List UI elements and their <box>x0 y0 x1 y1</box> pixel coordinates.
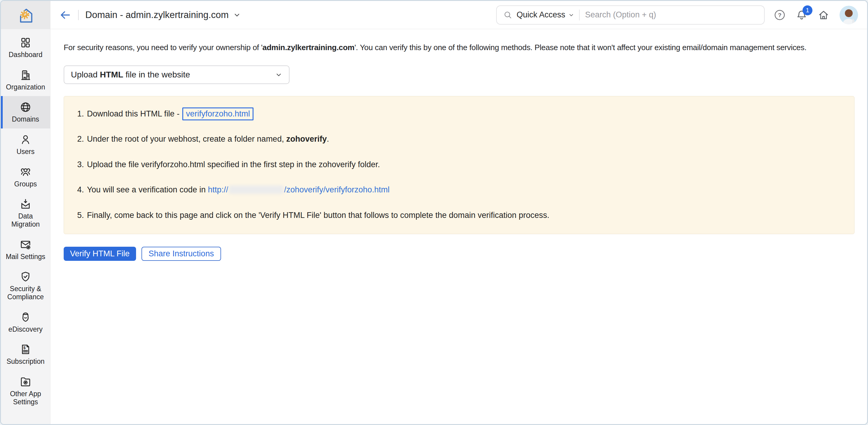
user-icon <box>20 134 32 145</box>
sidebar: Dashboard Organization Domains <box>1 1 51 424</box>
app-window: Dashboard Organization Domains <box>0 0 868 425</box>
domain-switcher-dropdown[interactable] <box>233 11 241 19</box>
mail-settings-icon <box>20 239 32 251</box>
sidebar-item-security-compliance[interactable]: Security & Compliance <box>1 266 50 306</box>
domain-name: admin.zylkertraining.com <box>262 43 354 52</box>
sidebar-item-label: Domains <box>12 115 39 123</box>
sidebar-item-label: Dashboard <box>9 51 43 59</box>
sidebar-item-ediscovery[interactable]: eDiscovery <box>1 306 50 338</box>
share-instructions-button[interactable]: Share Instructions <box>142 247 221 261</box>
step-1: 1.Download this HTML file - verifyforzoh… <box>77 109 841 119</box>
sidebar-item-data-migration[interactable]: Data Migration <box>1 193 50 233</box>
sidebar-item-domains[interactable]: Domains <box>1 96 50 128</box>
subscription-icon: $ <box>20 344 32 355</box>
sidebar-item-label: Data Migration <box>3 212 48 228</box>
sidebar-item-users[interactable]: Users <box>1 128 50 161</box>
sidebar-item-subscription[interactable]: $ Subscription <box>1 338 50 371</box>
action-buttons: Verify HTML File Share Instructions <box>64 247 855 261</box>
instructions-panel: 1.Download this HTML file - verifyforzoh… <box>64 96 855 234</box>
help-icon: ? <box>774 9 786 21</box>
organization-icon <box>20 69 32 81</box>
verifyforzoho-download-link[interactable]: verifyforzoho.html <box>182 107 253 120</box>
topbar-divider <box>78 10 79 20</box>
sidebar-item-other-app-settings[interactable]: Other App Settings <box>1 371 50 411</box>
sidebar-item-label: Security & Compliance <box>3 285 48 301</box>
sidebar-item-mail-settings[interactable]: Mail Settings <box>1 233 50 266</box>
home-icon <box>817 9 830 21</box>
topbar-icons: ? 1 <box>774 6 858 24</box>
sidebar-item-organization[interactable]: Organization <box>1 64 50 96</box>
sidebar-item-label: Users <box>17 148 35 156</box>
sidebar-item-label: Groups <box>14 180 37 188</box>
svg-text:?: ? <box>778 12 781 18</box>
sidebar-item-label: Other App Settings <box>3 390 48 406</box>
sidebar-item-label: Subscription <box>7 357 45 366</box>
verification-method-dropdown[interactable]: Upload HTML file in the website <box>64 65 289 84</box>
search-bar: Quick Access <box>496 5 765 25</box>
sidebar-item-label: Organization <box>6 83 45 91</box>
admin-console-logo[interactable] <box>1 1 50 29</box>
verify-html-file-button[interactable]: Verify HTML File <box>64 247 136 261</box>
search-divider <box>579 10 580 21</box>
back-button[interactable] <box>59 9 71 21</box>
page-title: Domain - admin.zylkertraining.com <box>85 10 228 21</box>
redacted-url-segment <box>229 186 283 194</box>
sidebar-nav: Dashboard Organization Domains <box>1 29 50 424</box>
ediscovery-icon <box>20 311 32 323</box>
domain-verification-content: For security reasons, you need to verify… <box>51 29 867 424</box>
sidebar-item-dashboard[interactable]: Dashboard <box>1 32 50 64</box>
groups-icon <box>20 166 32 178</box>
dashboard-icon <box>20 37 32 48</box>
back-arrow-icon <box>59 9 71 21</box>
data-migration-icon <box>20 198 32 210</box>
sidebar-item-label: Mail Settings <box>6 253 45 261</box>
help-button[interactable]: ? <box>774 9 786 21</box>
chevron-down-icon <box>275 71 282 78</box>
sidebar-item-label: eDiscovery <box>8 325 43 333</box>
step-2: 2.Under the root of your webhost, create… <box>77 134 841 144</box>
home-gear-logo-icon <box>16 6 35 24</box>
notifications-button[interactable]: 1 <box>796 9 808 21</box>
quick-access-selector[interactable]: Quick Access <box>517 10 574 20</box>
step-3: 3.Upload the file verifyforzoho.html spe… <box>77 160 841 169</box>
chevron-down-icon <box>233 11 241 19</box>
home-button[interactable] <box>817 9 830 21</box>
notification-badge: 1 <box>803 5 812 15</box>
step-5: 5.Finally, come back to this page and cl… <box>77 210 841 220</box>
chevron-down-icon <box>568 12 574 18</box>
intro-text: For security reasons, you need to verify… <box>64 43 855 52</box>
topbar: Domain - admin.zylkertraining.com Quick … <box>51 1 867 29</box>
svg-text:$: $ <box>24 346 26 350</box>
search-icon <box>503 10 513 20</box>
main-area: Domain - admin.zylkertraining.com Quick … <box>51 1 867 424</box>
shield-check-icon <box>20 271 32 283</box>
avatar[interactable] <box>839 6 858 24</box>
folder-gear-icon <box>20 376 32 388</box>
step-4: 4.You will see a verification code in ht… <box>77 185 841 195</box>
user-avatar-image <box>839 6 858 24</box>
verification-url-link[interactable]: http:///zohoverify/verifyforzoho.html <box>208 185 390 194</box>
quick-access-label: Quick Access <box>517 10 565 20</box>
sidebar-item-groups[interactable]: Groups <box>1 161 50 193</box>
search-input[interactable] <box>585 10 757 20</box>
globe-icon <box>20 101 32 113</box>
